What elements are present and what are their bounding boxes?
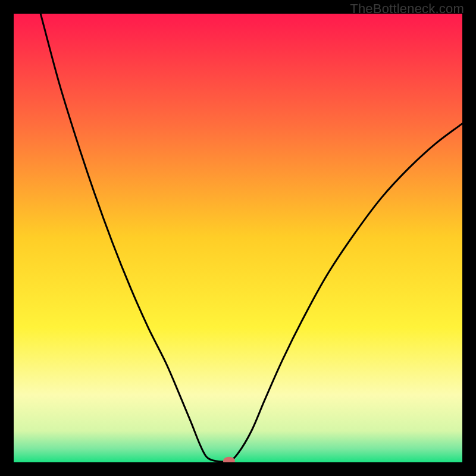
chart-plot-area [14, 14, 462, 462]
chart-background [14, 14, 462, 462]
chart-svg [14, 14, 462, 462]
chart-frame: TheBottleneck.com [0, 0, 476, 476]
